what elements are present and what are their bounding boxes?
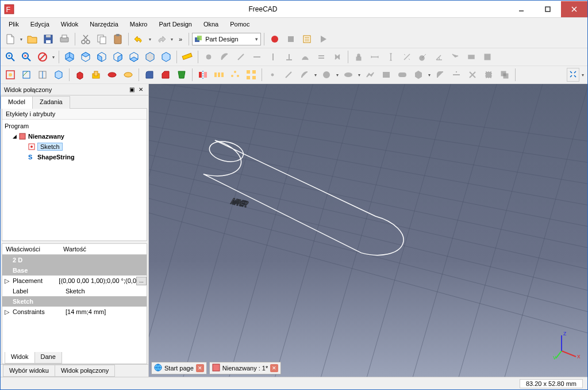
constraint-angle-button[interactable] — [432, 49, 447, 64]
sk-construct-button[interactable] — [481, 67, 496, 82]
constraint-internal-button[interactable] — [464, 49, 479, 64]
sketch-tangent-button[interactable] — [298, 49, 313, 64]
mirror-button[interactable] — [195, 67, 210, 82]
sk-rect-button[interactable] — [379, 67, 394, 82]
doctab-start-close[interactable]: ✕ — [196, 364, 204, 372]
constraint-lock-button[interactable] — [351, 49, 366, 64]
workbench-selector[interactable]: Part Design — [192, 33, 261, 45]
tab-model[interactable]: Model — [1, 96, 33, 109]
menu-tools[interactable]: Narzędzia — [85, 20, 123, 29]
view-rear-button[interactable] — [126, 49, 141, 64]
chamfer-button[interactable] — [158, 67, 173, 82]
tab-combo-view[interactable]: Widok połączony — [55, 365, 115, 377]
cut-button[interactable] — [78, 32, 93, 47]
doctab-unnamed[interactable]: Nienazwany : 1* ✕ — [209, 362, 282, 374]
sketch-horizontal-button[interactable] — [249, 49, 264, 64]
copy-button[interactable] — [94, 32, 109, 47]
menu-file[interactable]: Plik — [4, 20, 24, 29]
sketch-arc-button[interactable] — [217, 49, 232, 64]
sk-circle-button[interactable] — [319, 67, 334, 82]
constraint-toggle-button[interactable] — [480, 49, 495, 64]
print-button[interactable] — [57, 32, 72, 47]
measure-button[interactable] — [180, 49, 195, 64]
sketch-point-button[interactable] — [201, 49, 216, 64]
macro-stop-button[interactable] — [283, 32, 298, 47]
constraint-dist-h-button[interactable] — [367, 49, 382, 64]
tab-selection-view[interactable]: Wybór widoku — [3, 365, 55, 377]
undo-button[interactable] — [132, 32, 147, 47]
pocket-button[interactable] — [89, 67, 103, 82]
sketch-line-button[interactable] — [233, 49, 248, 64]
redo-button[interactable] — [153, 32, 168, 47]
tree-root[interactable]: Program — [5, 121, 144, 131]
sketch-leave-button[interactable] — [35, 67, 50, 82]
macro-record-button[interactable] — [267, 32, 282, 47]
sketch-new-button[interactable] — [3, 67, 18, 82]
sk-conic-button[interactable] — [341, 67, 356, 82]
linear-pattern-button[interactable] — [212, 67, 226, 82]
toolbar-overflow-button[interactable] — [567, 68, 579, 82]
prop-placement[interactable]: ▷ Placement [(0,00 0,00 1,00);0,00 °;(0,… — [2, 276, 147, 286]
revolution-button[interactable] — [105, 67, 120, 82]
tab-view[interactable]: Widok — [5, 352, 35, 364]
pad-button[interactable] — [72, 67, 87, 82]
maximize-button[interactable] — [535, 1, 561, 17]
view-left-button[interactable] — [159, 49, 174, 64]
fillet-button[interactable] — [142, 67, 157, 82]
sketch-vertical-button[interactable] — [266, 49, 280, 64]
sk-hex-button[interactable] — [411, 67, 426, 82]
paste-button[interactable] — [110, 32, 125, 47]
constraint-radius-button[interactable] — [416, 49, 431, 64]
tree-item-sketch[interactable]: Sketch — [5, 142, 144, 152]
menu-windows[interactable]: Okna — [199, 20, 223, 29]
macro-play-button[interactable] — [316, 32, 330, 47]
expand-icon[interactable]: ▷ — [5, 277, 9, 285]
placement-edit-button[interactable]: ... — [136, 277, 147, 285]
polar-pattern-button[interactable] — [228, 67, 243, 82]
sketch-equal-button[interactable] — [314, 49, 329, 64]
sketch-edit-button[interactable] — [19, 67, 34, 82]
constraint-snell-button[interactable] — [448, 49, 463, 64]
sk-trim-button[interactable] — [449, 67, 464, 82]
sk-external-button[interactable] — [465, 67, 480, 82]
tab-data[interactable]: Dane — [34, 352, 62, 364]
sk-fillet-button[interactable] — [433, 67, 448, 82]
expand-icon[interactable]: ▷ — [5, 308, 9, 316]
view-right-button[interactable] — [110, 49, 125, 64]
view-front-button[interactable] — [78, 49, 93, 64]
view-top-button[interactable] — [94, 49, 109, 64]
3d-viewport[interactable]: MAKER x y z Start page ✕ — [149, 84, 587, 377]
menu-help[interactable]: Pomoc — [225, 20, 254, 29]
constraint-dist-v-button[interactable] — [383, 49, 398, 64]
tree-expand-icon[interactable]: ◢ — [13, 133, 17, 139]
sk-line-button[interactable] — [281, 67, 296, 82]
save-button[interactable] — [41, 32, 56, 47]
draw-style-button[interactable] — [35, 49, 50, 64]
menu-view[interactable]: Widok — [56, 20, 83, 29]
close-button[interactable] — [561, 1, 587, 17]
panel-float-button[interactable]: ▣ — [128, 86, 136, 94]
tree-body[interactable]: Program ◢ Nienazwany Sketch S ShapeStrin… — [2, 120, 147, 240]
zoom-selection-button[interactable] — [19, 49, 34, 64]
view-bottom-button[interactable] — [143, 49, 157, 64]
menu-macro[interactable]: Makro — [125, 20, 152, 29]
sketch-symmetric-button[interactable] — [330, 49, 345, 64]
sk-polyline-button[interactable] — [363, 67, 378, 82]
menu-edit[interactable]: Edycja — [26, 20, 54, 29]
sketch-perpendicular-button[interactable] — [282, 49, 297, 64]
draft-button[interactable] — [174, 67, 189, 82]
open-file-button[interactable] — [25, 32, 40, 47]
tree-item-shapestring[interactable]: S ShapeString — [5, 152, 144, 162]
zoom-fit-button[interactable] — [3, 49, 18, 64]
sk-point-button[interactable] — [265, 67, 280, 82]
macro-list-button[interactable] — [299, 32, 314, 47]
property-body[interactable]: 2 D Base ▷ Placement [(0,00 0,00 1,00);0… — [2, 255, 147, 352]
sk-slot-button[interactable] — [395, 67, 410, 82]
tab-tasks[interactable]: Zadania — [32, 96, 70, 109]
view-iso-button[interactable] — [62, 49, 77, 64]
sk-copy-button[interactable] — [497, 67, 512, 82]
prop-constraints[interactable]: ▷ Constraints [14 mm;4 mm] — [2, 307, 147, 317]
constraint-length-button[interactable] — [399, 49, 414, 64]
new-file-button[interactable] — [3, 32, 18, 47]
tree-document[interactable]: ◢ Nienazwany — [5, 131, 144, 142]
